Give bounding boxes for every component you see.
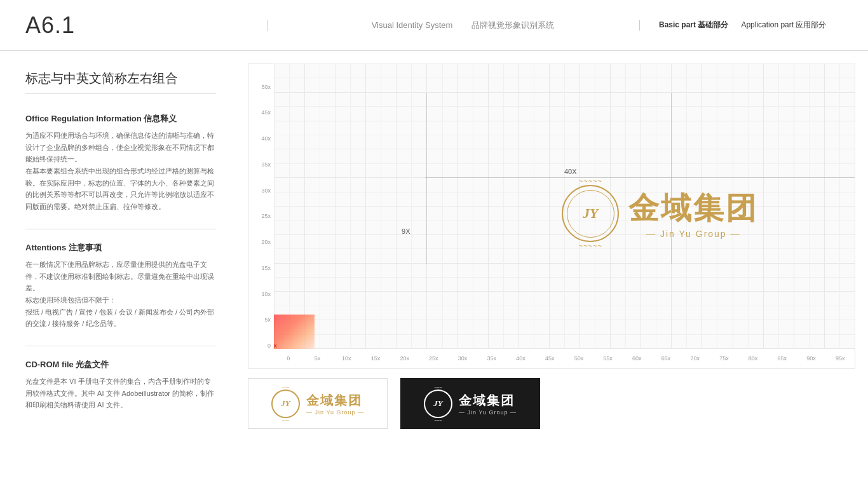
- large-logo-emblem: ~~~~~ JY ~~~~~ 金域集团 — Jin Yu Group —: [562, 177, 758, 250]
- y-label-35: 35x: [248, 142, 274, 168]
- grid-v-20: [396, 64, 397, 349]
- y-label-5: 5x: [248, 297, 274, 323]
- x-label-90: 90x: [797, 355, 826, 362]
- x-label-10: 10x: [332, 355, 361, 362]
- x-label-15: 15x: [361, 355, 390, 362]
- info-block-1: Office Regulation Information 信息释义 为适应不同…: [25, 113, 216, 213]
- separator-2: [25, 346, 216, 346]
- section-title: 标志与中英文简称左右组合: [25, 70, 216, 94]
- header-center: Visual Identity System 品牌视觉形象识别系统: [267, 20, 639, 31]
- x-label-5: 5x: [303, 355, 332, 362]
- x-label-85: 85x: [768, 355, 797, 362]
- info-block-2: Attentions 注意事项 在一般情况下使用品牌标志，应尽量使用提供的光盘电…: [25, 242, 216, 330]
- emblem-letter: JY: [567, 190, 614, 238]
- y-label-15: 15x: [248, 245, 274, 271]
- x-label-20: 20x: [390, 355, 419, 362]
- y-label-25: 25x: [248, 194, 274, 220]
- header-right: Basic part 基础部分 Application part 应用部分: [639, 20, 843, 30]
- y-label-30: 30x: [248, 168, 274, 194]
- x-label-95: 95x: [825, 355, 855, 362]
- grid-v-95: [855, 64, 855, 349]
- info-heading-3: CD-ROM file 光盘文件: [25, 359, 216, 370]
- right-panel: 0 5x 10x 15x 20x 25x 30x 35x 40x 45x 50x: [241, 51, 868, 488]
- info-text-2: 在一般情况下使用品牌标志，应尽量使用提供的光盘电子文件，不建议使用标准制图绘制标…: [25, 259, 216, 330]
- page-id: A6.1: [25, 12, 267, 39]
- y-label-0: 0: [248, 323, 274, 349]
- header-title-en: Visual Identity System: [372, 20, 453, 30]
- x-label-50: 50x: [564, 355, 593, 362]
- x-label-25: 25x: [419, 355, 449, 362]
- separator-1: [25, 229, 216, 229]
- x-label-70: 70x: [681, 355, 710, 362]
- x-label-65: 65x: [651, 355, 681, 362]
- logo-emblem-dark: ~~~ JY ~~~ 金域集团 — Jin Yu Group —: [424, 385, 517, 423]
- y-label-45: 45x: [248, 90, 274, 116]
- header-left: A6.1: [25, 12, 267, 39]
- logo-dark: ~~~ JY ~~~ 金域集团 — Jin Yu Group —: [400, 378, 540, 429]
- large-logo-text: 金域集团 — Jin Yu Group —: [628, 188, 758, 239]
- emblem-wrapper: ~~~~~ JY ~~~~~: [562, 177, 619, 250]
- grid-v-10: [335, 64, 336, 349]
- emblem-ring: JY: [562, 185, 619, 242]
- y-label-50: 50x: [248, 64, 274, 90]
- x-label-0: 0: [274, 355, 303, 362]
- logo-emblem-light: ~~~ JY ~~~ 金域集团 — Jin Yu Group —: [271, 385, 364, 423]
- annotation-9x: 9X: [402, 227, 410, 235]
- x-axis: 0 5x 10x 15x 20x 25x 30x 35x 40x 45x 50x…: [274, 349, 855, 368]
- heat-area: [274, 315, 315, 349]
- x-label-30: 30x: [448, 355, 477, 362]
- x-label-35: 35x: [477, 355, 506, 362]
- y-axis: 0 5x 10x 15x 20x 25x 30x 35x 40x 45x 50x: [248, 64, 274, 349]
- x-label-60: 60x: [622, 355, 651, 362]
- info-block-3: CD-ROM file 光盘文件 光盘文件是本 VI 手册电子文件的集合，内含手…: [25, 359, 216, 411]
- nav-application[interactable]: Application part 应用部分: [741, 20, 826, 30]
- nav-basic[interactable]: Basic part 基础部分: [659, 20, 728, 30]
- grid-v-5: [304, 64, 305, 349]
- info-text-1: 为适应不同使用场合与环境，确保信息传达的清晰与准确，特设计了企业品牌的多种组合，…: [25, 130, 216, 213]
- y-label-10: 10x: [248, 271, 274, 297]
- logos-row: ~~~ JY ~~~ 金域集团 — Jin Yu Group — ~~~ JY …: [248, 378, 855, 429]
- chart-logo: ~~~~~ JY ~~~~~ 金域集团 — Jin Yu Group —: [477, 107, 843, 320]
- y-label-40: 40x: [248, 116, 274, 142]
- grid-v-30: [458, 64, 458, 349]
- x-label-45: 45x: [535, 355, 564, 362]
- x-marker: x: [274, 342, 277, 349]
- header: A6.1 Visual Identity System 品牌视觉形象识别系统 B…: [0, 0, 868, 51]
- y-label-20: 20x: [248, 219, 274, 245]
- grid-v-15: [365, 64, 366, 349]
- info-heading-1: Office Regulation Information 信息释义: [25, 113, 216, 125]
- logo-light: ~~~ JY ~~~ 金域集团 — Jin Yu Group —: [248, 378, 388, 429]
- header-title-cn: 品牌视觉形象识别系统: [471, 20, 554, 31]
- x-label-75: 75x: [710, 355, 739, 362]
- x-label-40: 40x: [506, 355, 536, 362]
- chart-grid: 40X 9X x ~~~~~ JY ~~~~~: [274, 64, 855, 349]
- info-heading-2: Attentions 注意事项: [25, 242, 216, 254]
- x-label-80: 80x: [738, 355, 768, 362]
- chart-container: 0 5x 10x 15x 20x 25x 30x 35x 40x 45x 50x: [248, 64, 855, 369]
- left-panel: 标志与中英文简称左右组合 Office Regulation Informati…: [0, 51, 241, 488]
- x-label-55: 55x: [593, 355, 623, 362]
- grid-v-0: [274, 64, 275, 349]
- info-text-3: 光盘文件是本 VI 手册电子文件的集合，内含手册制作时的专用软件格式文件。其中 …: [25, 376, 216, 411]
